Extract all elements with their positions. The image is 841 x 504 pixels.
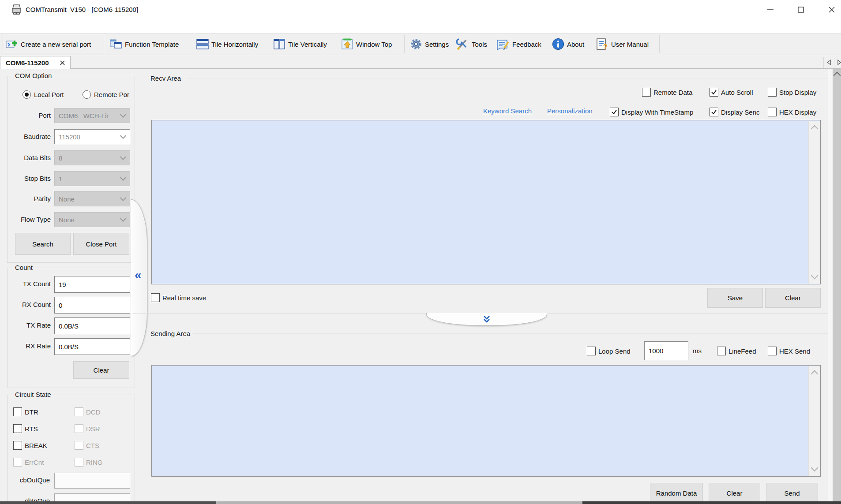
create-serial-port-button[interactable]: Create a new serial port <box>5 35 91 53</box>
remote-data-checkbox[interactable]: Remote Data <box>642 88 692 97</box>
break-label: BREAK <box>25 442 47 449</box>
scroll-up-icon[interactable] <box>811 125 818 133</box>
tx-count-field[interactable]: 19 <box>54 276 130 293</box>
scroll-down-icon[interactable] <box>811 464 818 472</box>
personalization-link[interactable]: Personalization <box>547 107 593 115</box>
close-button[interactable] <box>822 3 841 16</box>
circuit-state-title: Circuit State <box>13 391 53 398</box>
tile-horizontally-button[interactable]: Tile Horizontally <box>196 35 258 53</box>
tab-scroll-left-button[interactable] <box>823 57 834 68</box>
close-port-button[interactable]: Close Port <box>73 233 129 255</box>
stop-display-checkbox[interactable]: Stop Display <box>768 88 816 97</box>
real-time-save-checkbox[interactable]: Real time save <box>151 293 206 302</box>
tab-bar-border <box>0 68 841 69</box>
window-top-button[interactable]: Window Top <box>341 35 392 53</box>
parity-value: None <box>59 195 75 203</box>
ring-label: RING <box>86 459 103 466</box>
checkbox-box <box>75 441 83 450</box>
auto-scroll-checkbox[interactable]: Auto Scroll <box>710 88 753 97</box>
maximize-button[interactable] <box>792 3 810 16</box>
display-with-timestamp-checkbox[interactable]: Display With TimeStamp <box>610 108 693 116</box>
search-button[interactable]: Search <box>15 233 71 255</box>
about-button[interactable]: About <box>552 35 584 53</box>
vertical-scrollbar[interactable] <box>833 69 841 504</box>
right-gutter <box>828 69 833 504</box>
settings-button[interactable]: Settings <box>409 35 449 53</box>
rx-count-label: RX Count <box>8 301 51 308</box>
tile-vertically-label: Tile Vertically <box>288 41 327 48</box>
count-clear-button[interactable]: Clear <box>73 361 129 379</box>
check-icon <box>711 109 717 115</box>
linefeed-checkbox[interactable]: LineFeed <box>717 347 756 355</box>
sending-area-title: Sending Area <box>150 330 190 337</box>
real-time-save-label: Real time save <box>162 294 206 302</box>
ring-checkbox: RING <box>75 458 103 467</box>
break-checkbox[interactable]: BREAK <box>13 441 47 450</box>
loop-interval-input[interactable]: 1000 <box>644 341 688 360</box>
scroll-down-icon[interactable] <box>811 272 818 280</box>
title-bar: COMTransmit_V150 - [COM6-115200] <box>0 0 841 19</box>
settings-label: Settings <box>425 41 449 48</box>
close-port-button-label: Close Port <box>86 240 116 248</box>
errcnt-checkbox: ErrCnt <box>13 458 44 467</box>
recv-save-label: Save <box>728 294 743 302</box>
tab-com6-115200[interactable]: COM6-115200 <box>0 56 71 69</box>
sending-clear-button[interactable]: Clear <box>709 483 760 503</box>
sending-textarea[interactable] <box>151 365 821 477</box>
settings-gear-icon <box>409 37 423 51</box>
hex-send-checkbox[interactable]: HEX Send <box>768 347 810 355</box>
port-label: Port <box>8 112 51 119</box>
local-port-radio[interactable]: Local Port <box>23 90 64 99</box>
data-bits-combo[interactable]: 8 <box>54 150 130 165</box>
random-data-label: Random Data <box>656 489 697 497</box>
rx-rate-field[interactable]: 0.0B/S <box>54 338 130 355</box>
hex-display-checkbox[interactable]: HEX Display <box>768 108 816 116</box>
sending-scrollbar[interactable] <box>808 366 820 476</box>
linefeed-label: LineFeed <box>728 347 756 355</box>
rx-count-field[interactable]: 0 <box>54 297 130 314</box>
expand-sending-area-handle[interactable] <box>426 313 547 326</box>
random-data-button[interactable]: Random Data <box>650 483 703 503</box>
recv-clear-button[interactable]: Clear <box>765 288 821 308</box>
stop-bits-combo[interactable]: 1 <box>54 171 130 186</box>
tx-rate-field[interactable]: 0.0B/S <box>54 317 130 334</box>
port-combo[interactable]: COM6 WCH-Lir <box>54 108 130 123</box>
function-template-button[interactable]: Function Template <box>109 35 179 53</box>
send-button[interactable]: Send <box>766 483 818 503</box>
scroll-up-icon[interactable] <box>833 72 841 79</box>
tile-vertically-button[interactable]: Tile Vertically <box>273 35 327 53</box>
minimize-button[interactable] <box>761 3 780 16</box>
collapse-left-icon[interactable]: « <box>135 268 142 282</box>
dtr-checkbox[interactable]: DTR <box>13 407 38 416</box>
tab-scroll-right-button[interactable] <box>834 57 841 68</box>
horizontal-scrollbar-thumb[interactable] <box>0 501 216 504</box>
tab-close-icon[interactable] <box>60 60 65 65</box>
minimize-icon <box>767 9 773 10</box>
keyword-search-link[interactable]: Keyword Search <box>483 107 532 115</box>
loop-send-checkbox[interactable]: Loop Send <box>587 347 631 355</box>
cboutque-field[interactable] <box>54 473 130 489</box>
sending-group-topline <box>193 333 830 334</box>
interval-unit-label: ms <box>693 347 702 355</box>
baudrate-combo[interactable]: 115200 <box>54 129 130 144</box>
tools-button[interactable]: Tools <box>455 35 487 53</box>
display-send-checkbox[interactable]: Display Senc <box>710 108 760 116</box>
rx-count-value: 0 <box>59 302 62 309</box>
recv-textarea[interactable] <box>151 120 821 284</box>
checkbox-box <box>717 347 726 355</box>
rts-checkbox[interactable]: RTS <box>13 424 38 433</box>
com-option-group: COM Option Local Port Remote Por Port CO… <box>7 76 135 263</box>
parity-combo[interactable]: None <box>54 191 130 206</box>
remote-port-radio[interactable]: Remote Por <box>83 90 129 99</box>
recv-save-button[interactable]: Save <box>707 288 763 308</box>
recv-scrollbar[interactable] <box>808 121 820 284</box>
recv-clear-label: Clear <box>785 294 801 302</box>
dsr-checkbox: DSR <box>75 424 100 433</box>
app-window: COMTransmit_V150 - [COM6-115200] Functio… <box>0 0 841 504</box>
scroll-up-icon[interactable] <box>811 370 818 378</box>
horizontal-scrollbar-track[interactable] <box>216 501 582 504</box>
flow-type-combo[interactable]: None <box>54 212 130 227</box>
user-manual-button[interactable]: ? User Manual <box>596 35 649 53</box>
feedback-button[interactable]: Feedback <box>496 35 541 53</box>
send-button-label: Send <box>784 489 800 497</box>
